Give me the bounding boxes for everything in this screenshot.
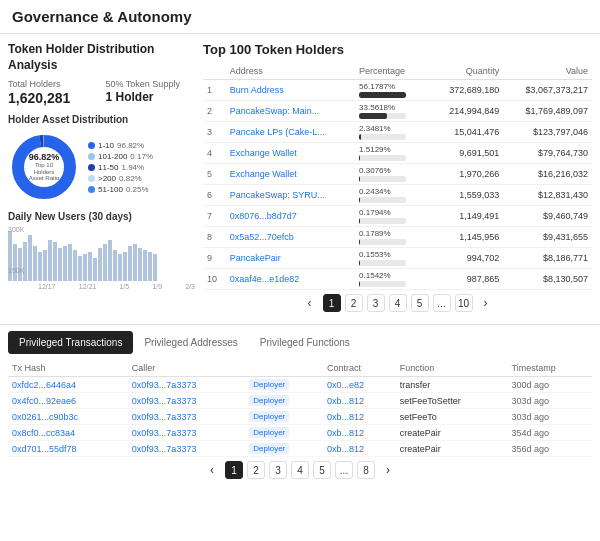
address-cell[interactable]: 0x5a52...70efcb: [226, 227, 355, 248]
tx-hash-cell[interactable]: 0x8cf0...cc83a4: [8, 425, 128, 441]
quantity-cell: 1,559,033: [430, 185, 503, 206]
priv-page-8-button[interactable]: 8: [357, 461, 375, 479]
priv-next-button[interactable]: ›: [379, 461, 397, 479]
caller-cell[interactable]: 0x0f93...7a3373: [128, 377, 245, 393]
legend-pct: 0.17%: [130, 152, 153, 161]
quantity-cell: 1,970,266: [430, 164, 503, 185]
caller-cell[interactable]: 0x0f93...7a3373: [128, 393, 245, 409]
quantity-cell: 994,702: [430, 248, 503, 269]
bar: [143, 250, 147, 281]
address-cell[interactable]: 0xaaf4e...e1de82: [226, 269, 355, 290]
page-3-button[interactable]: 3: [367, 294, 385, 312]
tx-hash-cell[interactable]: 0x4fc0...92eae6: [8, 393, 128, 409]
bar: [88, 252, 92, 281]
contract-cell[interactable]: 0xb...812: [323, 441, 396, 457]
donut-pct: 96.82%: [26, 152, 62, 162]
quantity-cell: 9,691,501: [430, 143, 503, 164]
address-cell[interactable]: 0x8076...b8d7d7: [226, 206, 355, 227]
legend-label: 51-100: [98, 185, 123, 194]
bars: [8, 226, 195, 281]
priv-page-5-button[interactable]: 5: [313, 461, 331, 479]
col-rank: [203, 63, 226, 80]
rank-cell: 4: [203, 143, 226, 164]
caller-cell[interactable]: 0x0f93...7a3373: [128, 441, 245, 457]
bar: [58, 248, 62, 281]
priv-pagination: ‹ 1 2 3 4 5 ... 8 ›: [8, 457, 592, 483]
bar: [63, 246, 67, 281]
address-cell[interactable]: PancakeSwap: Main...: [226, 101, 355, 122]
rank-cell: 6: [203, 185, 226, 206]
bar: [98, 248, 102, 281]
page-1-button[interactable]: 1: [323, 294, 341, 312]
tab-privileged-addresses[interactable]: Privileged Addresses: [133, 331, 248, 354]
col-txhash: Tx Hash: [8, 360, 128, 377]
address-cell[interactable]: Burn Address: [226, 80, 355, 101]
pct-cell: 2.3481%: [355, 122, 410, 143]
address-cell[interactable]: Exchange Wallet: [226, 143, 355, 164]
legend-dot-200plus: [88, 175, 95, 182]
donut-section: 96.82% Top 10 HoldersAsset Ratio 1-10 96…: [8, 131, 195, 203]
pct-cell: 0.1553%: [355, 248, 410, 269]
value-cell: $1,769,489,097: [503, 101, 592, 122]
tab-privileged-transactions[interactable]: Privileged Transactions: [8, 331, 133, 354]
x-label: 1/9: [152, 283, 162, 290]
bottom-section: Privileged Transactions Privileged Addre…: [0, 324, 600, 489]
value-cell: $16,216,032: [503, 164, 592, 185]
section-title: Token Holder Distribution Analysis: [8, 42, 195, 73]
table-row: 1 Burn Address 56.1787% 372,689,180 $3,0…: [203, 80, 592, 101]
bar: [73, 250, 77, 281]
bar: [93, 258, 97, 281]
priv-page-4-button[interactable]: 4: [291, 461, 309, 479]
contract-cell[interactable]: 0xb...812: [323, 409, 396, 425]
pct-cell: 0.1789%: [355, 227, 410, 248]
function-cell: createPair: [396, 441, 508, 457]
value-cell: $9,431,655: [503, 227, 592, 248]
bar-cell: [410, 185, 430, 206]
priv-prev-button[interactable]: ‹: [203, 461, 221, 479]
privileged-table: Tx Hash Caller Contract Function Timesta…: [8, 360, 592, 457]
page-4-button[interactable]: 4: [389, 294, 407, 312]
bar-cell: [410, 248, 430, 269]
badge-cell: Deployer: [245, 441, 323, 457]
priv-page-2-button[interactable]: 2: [247, 461, 265, 479]
quantity-cell: 214,994,849: [430, 101, 503, 122]
bar-cell: [410, 164, 430, 185]
total-holders-label: Total Holders: [8, 79, 98, 89]
col-timestamp: Timestamp: [508, 360, 592, 377]
caller-cell[interactable]: 0x0f93...7a3373: [128, 409, 245, 425]
value-cell: $9,460,749: [503, 206, 592, 227]
contract-cell[interactable]: 0xb...812: [323, 425, 396, 441]
priv-page-1-button[interactable]: 1: [225, 461, 243, 479]
bar-chart-container: 300K 150K 12/17 12/21 1/5 1/9 2/3: [8, 226, 195, 290]
next-page-button[interactable]: ›: [477, 294, 495, 312]
tx-hash-cell[interactable]: 0xfdc2...6446a4: [8, 377, 128, 393]
bar: [153, 254, 157, 281]
address-cell[interactable]: Exchange Wallet: [226, 164, 355, 185]
address-cell[interactable]: PancakePair: [226, 248, 355, 269]
x-label: 1/5: [119, 283, 129, 290]
tx-hash-cell[interactable]: 0xd701...55df78: [8, 441, 128, 457]
address-cell[interactable]: PancakeSwap: SYRU...: [226, 185, 355, 206]
table-row: 0xfdc2...6446a4 0x0f93...7a3373 Deployer…: [8, 377, 592, 393]
badge-cell: Deployer: [245, 409, 323, 425]
caller-cell[interactable]: 0x0f93...7a3373: [128, 425, 245, 441]
contract-cell[interactable]: 0xb...812: [323, 393, 396, 409]
table-row: 8 0x5a52...70efcb 0.1789% 1,145,956 $9,4…: [203, 227, 592, 248]
pct-cell: 0.3076%: [355, 164, 410, 185]
page-2-button[interactable]: 2: [345, 294, 363, 312]
page-10-button[interactable]: 10: [455, 294, 473, 312]
bar: [128, 246, 132, 281]
col-value: Value: [503, 63, 592, 80]
tab-privileged-functions[interactable]: Privileged Functions: [249, 331, 361, 354]
address-cell[interactable]: Pancake LPs (Cake-L...: [226, 122, 355, 143]
tabs: Privileged Transactions Privileged Addre…: [8, 331, 592, 354]
page-5-button[interactable]: 5: [411, 294, 429, 312]
bar: [133, 244, 137, 282]
priv-page-3-button[interactable]: 3: [269, 461, 287, 479]
bar: [118, 254, 122, 281]
tx-hash-cell[interactable]: 0x0261...c90b3c: [8, 409, 128, 425]
prev-page-button[interactable]: ‹: [301, 294, 319, 312]
y-label-150k: 150K: [8, 267, 36, 274]
value-cell: $79,764,730: [503, 143, 592, 164]
contract-cell[interactable]: 0x0...e82: [323, 377, 396, 393]
